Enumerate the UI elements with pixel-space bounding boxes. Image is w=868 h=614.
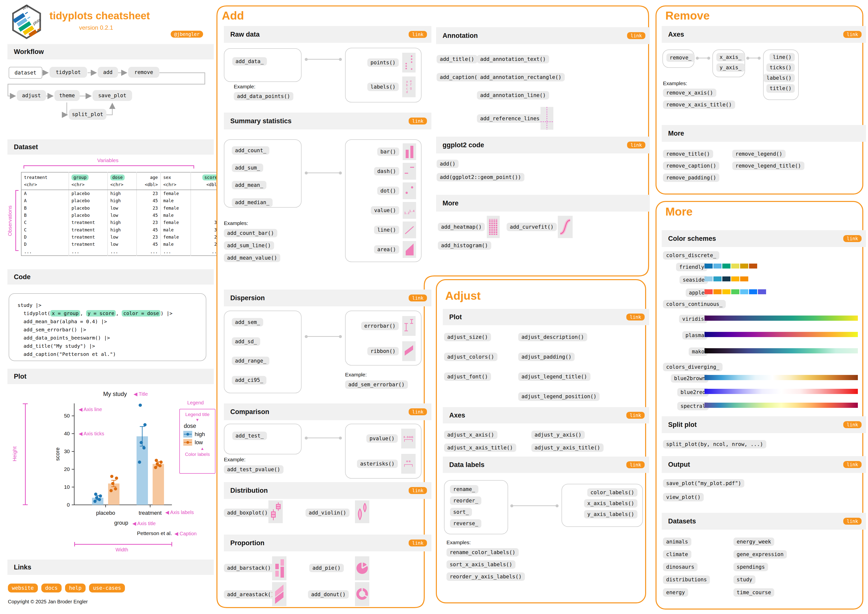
- datasets-link-badge[interactable]: link: [843, 518, 862, 525]
- output-link-badge[interactable]: link: [843, 461, 862, 468]
- areastack-icon: [272, 582, 287, 606]
- code-pill: add_mean_value(): [224, 254, 280, 262]
- code-pill: adjust_description(): [518, 333, 587, 341]
- code-pill: line(): [770, 53, 795, 61]
- code-pill: remove_legend_title(): [732, 162, 804, 170]
- section-raw-data: Raw data link: [224, 26, 431, 43]
- palette-friendly-swatches: [704, 264, 758, 269]
- code-pill: add_donut(): [308, 590, 349, 598]
- raw-data-link-badge[interactable]: link: [409, 31, 427, 38]
- code-pill: sort_x_axis_labels(): [446, 560, 516, 569]
- color-schemes-link-badge[interactable]: link: [843, 235, 862, 242]
- section-adjust-axes: Axes link: [443, 407, 649, 423]
- code-pill: add_violin(): [305, 508, 350, 517]
- color-swatch: [749, 289, 757, 294]
- adjust-plot-link-badge[interactable]: link: [626, 314, 645, 320]
- split-plot-link-badge[interactable]: link: [843, 421, 862, 428]
- dispersion-connector: [306, 336, 341, 337]
- code-pill: reorder_: [450, 496, 481, 505]
- dispersion-link-badge[interactable]: link: [409, 294, 427, 302]
- code-pill: add_ci95_: [232, 376, 267, 384]
- code-pill: y_axis_: [716, 63, 745, 72]
- summary-link-badge[interactable]: link: [409, 118, 427, 124]
- code-pill: add_title(): [437, 55, 477, 63]
- distribution-link-badge[interactable]: link: [409, 487, 427, 494]
- code-pill: add_sem_errorbar(): [345, 380, 408, 389]
- palette-blue2red-gradient: [704, 389, 858, 394]
- ggplot2-link-badge[interactable]: link: [627, 141, 645, 149]
- code-pill: pvalue(): [366, 434, 398, 443]
- bar-icon: [403, 143, 416, 160]
- color-swatch: [749, 264, 757, 269]
- points-icon: [402, 53, 415, 73]
- section-remove-axes-title: Axes: [668, 31, 684, 38]
- remove-mid-box: x_axis_y_axis_: [712, 50, 745, 77]
- color-swatch: [740, 289, 748, 294]
- palette-mako-gradient: [704, 348, 858, 353]
- code-pill: add_pie(): [309, 564, 344, 572]
- example-label: Example:: [234, 84, 256, 90]
- code-pill: adjust_padding(): [518, 353, 575, 361]
- comparison-link-badge[interactable]: link: [409, 408, 427, 415]
- color-swatch: [713, 277, 722, 281]
- dataset-pill: spendings: [733, 563, 768, 571]
- code-pill: adjust_colors(): [444, 353, 498, 361]
- summary-output-box: bar() dash() dot() value() 1.2 1.4 line(…: [345, 139, 422, 262]
- section-summary-title: Summary statistics: [230, 117, 291, 125]
- section-ggplot2-title: ggplot2 code: [443, 141, 484, 149]
- code-pill: colors_continuous_: [663, 300, 726, 308]
- cheatsheet-canvas: tidy plots tidyplots cheatsheet version …: [0, 0, 868, 614]
- code-pill: adjust_x_axis_title(): [444, 443, 516, 452]
- code-pill: add(ggplot2::geom_point()): [437, 173, 524, 182]
- dataset-pill: climate: [663, 550, 691, 558]
- adjust-axes-link-badge[interactable]: link: [626, 412, 645, 419]
- code-pill: add_test_pvalue(): [224, 465, 284, 474]
- heatmap-icon: [487, 216, 500, 238]
- raw-data-output-box: points() labels() a b c d e f g: [345, 48, 422, 103]
- remove-connector-2: [747, 58, 760, 58]
- code-pill: remove_caption(): [663, 162, 719, 170]
- code-pill: add_histogram(): [438, 241, 491, 250]
- code-pill: labels(): [763, 74, 795, 82]
- remove-axes-link-badge[interactable]: link: [843, 31, 862, 38]
- proportion-link-badge[interactable]: link: [409, 539, 427, 546]
- annotation-link-badge[interactable]: link: [627, 32, 645, 39]
- code-pill: remove_title(): [663, 150, 713, 158]
- raw-data-connector: [306, 59, 341, 60]
- errorbar-icon: [402, 316, 415, 336]
- pvalue-icon: 0.0446: [401, 429, 415, 448]
- code-pill: add_caption(): [437, 73, 484, 81]
- code-pill: adjust_legend_title(): [518, 373, 591, 381]
- color-swatch: [704, 289, 713, 294]
- comparison-input-box: add_test_: [224, 424, 302, 454]
- data-labels-link-badge[interactable]: link: [626, 461, 645, 468]
- section-add-more-title: More: [443, 199, 459, 207]
- code-pill: adjust_font(): [444, 373, 491, 381]
- palette-name-pill: plasma: [682, 331, 707, 340]
- section-split-plot: Split plot link: [662, 416, 866, 433]
- palette-viridis-gradient: [704, 316, 858, 321]
- donut-icon: [355, 582, 369, 606]
- section-datasets: Datasets link: [662, 513, 866, 530]
- color-swatch: [713, 289, 722, 294]
- code-pill: add_count_: [232, 146, 270, 155]
- section-proportion-title: Proportion: [230, 539, 264, 547]
- dataset-pill: energy_week: [733, 538, 774, 546]
- comparison-output-box: pvalue() 0.0446 asterisks() **: [345, 424, 422, 479]
- section-split-plot-title: Split plot: [668, 421, 697, 429]
- labels-icon-letters: e f g: [410, 79, 412, 90]
- code-pill: remove_: [666, 53, 695, 62]
- code-pill: add_sd_: [232, 337, 260, 346]
- value-icon-number: 1.4: [409, 209, 415, 213]
- section-distribution: Distribution link: [224, 482, 431, 499]
- palette-name-pill: seaside: [679, 276, 708, 284]
- examples-label: Examples:: [446, 539, 471, 546]
- raw-data-input-box: add_data_: [224, 48, 302, 82]
- code-pill: add(): [437, 160, 459, 168]
- code-pill: add_annotation_rectangle(): [477, 73, 565, 81]
- code-pill: adjust_y_axis(): [531, 431, 585, 439]
- code-pill: adjust_y_axis_title(): [531, 443, 604, 452]
- color-swatch: [722, 264, 730, 269]
- curvefit-icon: [558, 216, 573, 238]
- section-comparison: Comparison link: [224, 403, 431, 420]
